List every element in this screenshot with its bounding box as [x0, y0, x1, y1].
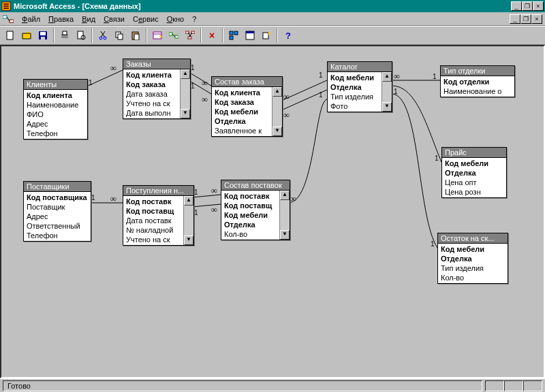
- scroll-down[interactable]: ▼: [272, 127, 282, 136]
- field[interactable]: Код поставщ: [221, 201, 279, 210]
- field[interactable]: Заявленное к: [212, 126, 272, 135]
- scrollbar[interactable]: ▲▼: [382, 72, 392, 112]
- table-stock[interactable]: Остаток на ск... Код мебелиОтделкаТип из…: [437, 233, 508, 284]
- field[interactable]: Кол-во: [438, 273, 508, 282]
- minimize-button[interactable]: _: [511, 1, 522, 11]
- field[interactable]: Адрес: [24, 212, 91, 221]
- field[interactable]: Кол-во: [221, 229, 279, 239]
- table-suppliers[interactable]: Поставщики Код поставщикаПоставщикАдресО…: [23, 181, 91, 242]
- table-clients[interactable]: Клиенты Код клиентаНаименованиеФИОАдресТ…: [23, 79, 88, 140]
- field[interactable]: Поставщик: [24, 202, 91, 212]
- table-title[interactable]: Состав поставок: [221, 180, 290, 191]
- menu-window[interactable]: Окно: [163, 14, 189, 24]
- scrollbar[interactable]: ▲▼: [180, 69, 190, 118]
- show-all-button[interactable]: [183, 28, 198, 43]
- field[interactable]: Телефон: [24, 129, 87, 138]
- mdi-close-button[interactable]: ×: [531, 14, 542, 24]
- table-order-content[interactable]: Состав заказа Код клиентаКод заказаКод м…: [211, 76, 283, 137]
- field[interactable]: Код отделки: [441, 77, 514, 86]
- menu-help[interactable]: ?: [188, 14, 200, 24]
- show-direct-button[interactable]: [166, 28, 181, 43]
- table-title[interactable]: Заказы: [123, 59, 190, 69]
- layout-button[interactable]: [226, 28, 241, 43]
- maximize-button[interactable]: ❐: [522, 1, 533, 11]
- scrollbar[interactable]: ▲▼: [279, 191, 290, 240]
- field[interactable]: Дата поставк: [123, 216, 183, 225]
- table-title[interactable]: Состав заказа: [212, 77, 282, 87]
- table-finish-type[interactable]: Тип отделки Код отделкиНаименование о: [440, 65, 515, 97]
- menu-edit[interactable]: Правка: [44, 14, 78, 24]
- field[interactable]: Наименование: [24, 100, 87, 110]
- field[interactable]: Цена розн: [442, 187, 506, 197]
- field[interactable]: Код поставк: [123, 197, 183, 206]
- field[interactable]: ФИО: [24, 110, 87, 119]
- scroll-down[interactable]: ▼: [280, 230, 290, 240]
- field[interactable]: Дата выполн: [123, 108, 180, 118]
- table-title[interactable]: Прайс: [442, 148, 506, 158]
- table-title[interactable]: Тип отделки: [441, 66, 514, 76]
- menu-tools[interactable]: Сервис: [129, 14, 163, 24]
- table-price[interactable]: Прайс Код мебелиОтделкаЦена оптЦена розн: [441, 147, 507, 198]
- open-button[interactable]: [19, 28, 34, 43]
- table-catalog[interactable]: Каталог Код мебелиОтделкаТип изделияФото…: [327, 61, 392, 112]
- scroll-down[interactable]: ▼: [382, 102, 392, 112]
- field[interactable]: Код клиента: [24, 91, 87, 100]
- field[interactable]: Код заказа: [123, 80, 180, 89]
- scroll-up[interactable]: ▲: [184, 196, 193, 206]
- help-button[interactable]: ?: [281, 28, 296, 43]
- scroll-up[interactable]: ▲: [280, 191, 290, 200]
- field[interactable]: Тип изделия: [438, 263, 508, 273]
- scrollbar[interactable]: ▲▼: [272, 87, 282, 136]
- scroll-up[interactable]: ▲: [382, 72, 392, 82]
- field[interactable]: Учтено на ск: [123, 235, 183, 244]
- field[interactable]: Код мебели: [328, 73, 382, 82]
- new-object-button[interactable]: [259, 28, 274, 43]
- field[interactable]: Код поставщ: [123, 206, 183, 216]
- relationships-canvas[interactable]: 1 ∞ 1 ∞ 1 ∞ ∞ 1 ∞ 1 ∞ 1 1 1 1 1 ∞ 1 ∞ 1: [0, 45, 545, 378]
- table-shipment-content[interactable]: Состав поставок Код поставкКод поставщКо…: [221, 180, 290, 240]
- field[interactable]: Тип изделия: [328, 92, 382, 101]
- field[interactable]: Отделка: [221, 220, 279, 229]
- field[interactable]: Код клиента: [212, 88, 272, 97]
- table-title[interactable]: Каталог: [328, 62, 392, 72]
- field[interactable]: Отделка: [328, 82, 382, 92]
- field[interactable]: Код мебели: [212, 107, 272, 116]
- field[interactable]: Отделка: [438, 254, 508, 263]
- field[interactable]: Дата заказа: [123, 89, 180, 99]
- scroll-down[interactable]: ▼: [184, 235, 193, 245]
- field[interactable]: Учтено на ск: [123, 99, 180, 108]
- print-preview-button[interactable]: [74, 28, 89, 43]
- close-button[interactable]: ×: [533, 1, 544, 11]
- menu-relations[interactable]: Связи: [99, 14, 129, 24]
- field[interactable]: Фото: [328, 101, 382, 111]
- field[interactable]: № накладной: [123, 225, 183, 235]
- scrollbar[interactable]: ▲▼: [183, 196, 193, 245]
- paste-button[interactable]: [128, 28, 143, 43]
- delete-button[interactable]: ×: [204, 28, 219, 43]
- menu-view[interactable]: Вид: [78, 14, 99, 24]
- field[interactable]: Цена опт: [442, 178, 506, 187]
- field[interactable]: Отделка: [212, 116, 272, 126]
- table-orders[interactable]: Заказы Код клиентаКод заказаДата заказаУ…: [123, 59, 191, 119]
- field[interactable]: Телефон: [24, 231, 91, 240]
- menu-file[interactable]: ФФайлайл: [18, 14, 44, 24]
- field[interactable]: Код мебели: [438, 244, 508, 254]
- field[interactable]: Код мебели: [221, 210, 279, 220]
- scroll-down[interactable]: ▼: [181, 109, 190, 118]
- new-button[interactable]: [3, 28, 18, 43]
- table-title[interactable]: Поставщики: [24, 182, 91, 192]
- field[interactable]: Отделка: [442, 168, 506, 178]
- scroll-up[interactable]: ▲: [272, 87, 282, 97]
- table-title[interactable]: Поступления н...: [123, 186, 193, 196]
- save-button[interactable]: [35, 28, 50, 43]
- field[interactable]: Код поставщика: [24, 193, 91, 202]
- field[interactable]: Адрес: [24, 119, 87, 129]
- field[interactable]: Наименование о: [441, 86, 514, 96]
- show-table-button[interactable]: +: [150, 28, 165, 43]
- mdi-restore-button[interactable]: ❐: [520, 14, 531, 24]
- table-title[interactable]: Клиенты: [24, 80, 87, 90]
- field[interactable]: Код поставк: [221, 191, 279, 201]
- copy-button[interactable]: [112, 28, 127, 43]
- field[interactable]: Ответственный: [24, 221, 91, 231]
- print-button[interactable]: [57, 28, 72, 43]
